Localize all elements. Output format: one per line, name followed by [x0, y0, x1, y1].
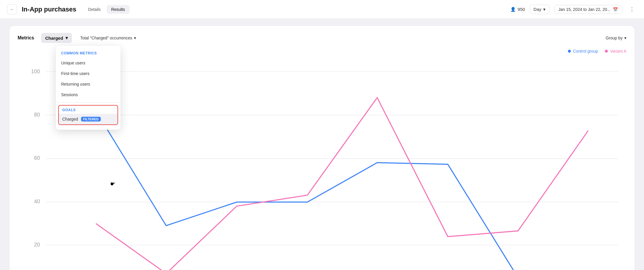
back-icon: ← — [10, 7, 14, 12]
svg-text:20: 20 — [34, 242, 40, 248]
user-count-value: 950 — [518, 7, 525, 12]
nav-right: 👤 950 Day ▾ Jan 15, 2024 to Jan 22, 20..… — [510, 4, 637, 14]
more-options-button[interactable]: ⋮ — [627, 4, 637, 14]
calendar-icon: 📅 — [613, 7, 618, 12]
tab-results[interactable]: Results — [107, 5, 130, 14]
group-by-chevron-icon: ▾ — [624, 36, 626, 40]
tab-details[interactable]: Details — [83, 5, 105, 14]
dropdown-item-charged[interactable]: Charged FILTERED — [59, 114, 118, 124]
group-by-label: Group by — [606, 36, 623, 40]
svg-text:40: 40 — [34, 199, 40, 204]
top-nav: ← In-App purchases Details Results 👤 950… — [0, 0, 644, 19]
charged-item-label: Charged — [62, 117, 78, 121]
nav-tabs: Details Results — [83, 5, 130, 14]
day-selector-button[interactable]: Day ▾ — [530, 5, 549, 14]
common-metrics-title: Common Metrics — [56, 49, 120, 58]
group-by-button[interactable]: Group by ▾ — [606, 36, 626, 40]
day-chevron-icon: ▾ — [543, 7, 546, 12]
variant-label: Variant A — [610, 49, 626, 54]
main-content: Metrics Charged ▾ Total "Charged" occurr… — [0, 19, 644, 270]
svg-text:100: 100 — [31, 69, 40, 74]
back-button[interactable]: ← — [7, 4, 17, 14]
dropdown-item-unique-users[interactable]: Unique users — [56, 58, 120, 68]
occurrences-chevron-icon: ▾ — [134, 36, 136, 40]
charged-chevron-icon: ▾ — [66, 35, 68, 41]
dropdown-item-sessions[interactable]: Sessions — [56, 89, 120, 100]
date-range-text: Jan 15, 2024 to Jan 22, 20... — [559, 7, 611, 12]
metrics-dropdown: Common Metrics Unique users First-time u… — [56, 46, 120, 130]
more-icon: ⋮ — [629, 6, 635, 13]
dropdown-item-returning-users[interactable]: Returning users — [56, 79, 120, 89]
chart-card: Metrics Charged ▾ Total "Charged" occurr… — [9, 26, 635, 270]
dropdown-item-first-time-users[interactable]: First-time users — [56, 68, 120, 79]
goals-section: Goals Charged FILTERED — [58, 105, 118, 125]
user-count-display: 👤 950 — [510, 7, 525, 12]
page-title: In-App purchases — [22, 6, 76, 13]
legend-variant-a: Variant A — [605, 49, 626, 54]
metrics-header: Metrics Charged ▾ Total "Charged" occurr… — [18, 33, 626, 43]
control-dot — [568, 50, 571, 53]
legend-control-group: Control group — [568, 49, 598, 54]
svg-text:60: 60 — [34, 155, 40, 161]
occurrences-label: Total "Charged" occurrences — [80, 36, 132, 40]
dropdown-divider — [56, 102, 120, 103]
metrics-label: Metrics — [18, 35, 34, 41]
charged-label: Charged — [45, 36, 63, 41]
variant-dot — [605, 50, 608, 53]
date-range-button[interactable]: Jan 15, 2024 to Jan 22, 20... 📅 — [554, 5, 622, 14]
control-label: Control group — [573, 49, 598, 54]
svg-text:80: 80 — [34, 112, 40, 118]
user-icon: 👤 — [510, 7, 516, 12]
day-label: Day — [534, 7, 541, 12]
goals-section-title: Goals — [59, 106, 118, 114]
charged-button[interactable]: Charged ▾ — [41, 33, 72, 43]
occurrences-button[interactable]: Total "Charged" occurrences ▾ — [77, 33, 140, 43]
filtered-badge: FILTERED — [81, 117, 101, 121]
